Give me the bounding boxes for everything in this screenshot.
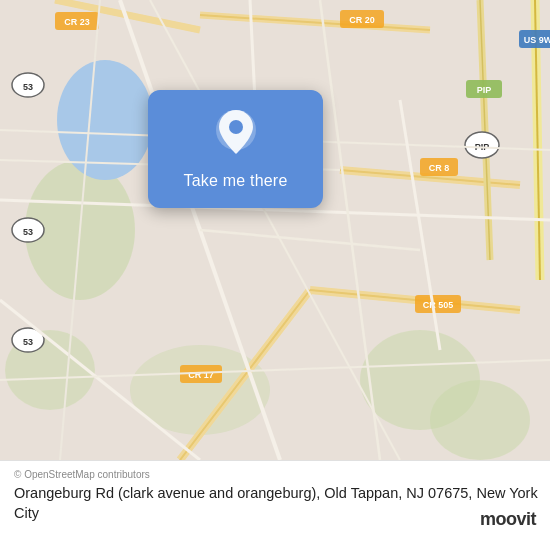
svg-text:CR 505: CR 505 [423, 300, 454, 310]
map-svg: CR 17 CR 505 CR 8 PIP US 9W [0, 0, 550, 460]
main-container: CR 17 CR 505 CR 8 PIP US 9W [0, 0, 550, 550]
svg-text:53: 53 [23, 82, 33, 92]
svg-text:53: 53 [23, 337, 33, 347]
info-bar: © OpenStreetMap contributors Orangeburg … [0, 460, 550, 550]
svg-text:53: 53 [23, 227, 33, 237]
svg-point-55 [229, 120, 243, 134]
svg-text:US 9W: US 9W [524, 35, 550, 45]
svg-text:CR 20: CR 20 [349, 15, 375, 25]
map-area[interactable]: CR 17 CR 505 CR 8 PIP US 9W [0, 0, 550, 460]
svg-point-3 [430, 380, 530, 460]
moovit-logo: moovit [480, 509, 536, 530]
location-pin-icon [213, 108, 259, 160]
svg-text:PIP: PIP [477, 85, 492, 95]
svg-text:CR 23: CR 23 [64, 17, 90, 27]
svg-text:CR 8: CR 8 [429, 163, 450, 173]
osm-credit: © OpenStreetMap contributors [14, 469, 538, 480]
take-me-there-button[interactable]: Take me there [184, 170, 288, 192]
popup-card: Take me there [148, 90, 323, 208]
moovit-logo-text: moovit [480, 509, 536, 530]
address-text: Orangeburg Rd (clark avenue and orangebu… [14, 484, 538, 542]
